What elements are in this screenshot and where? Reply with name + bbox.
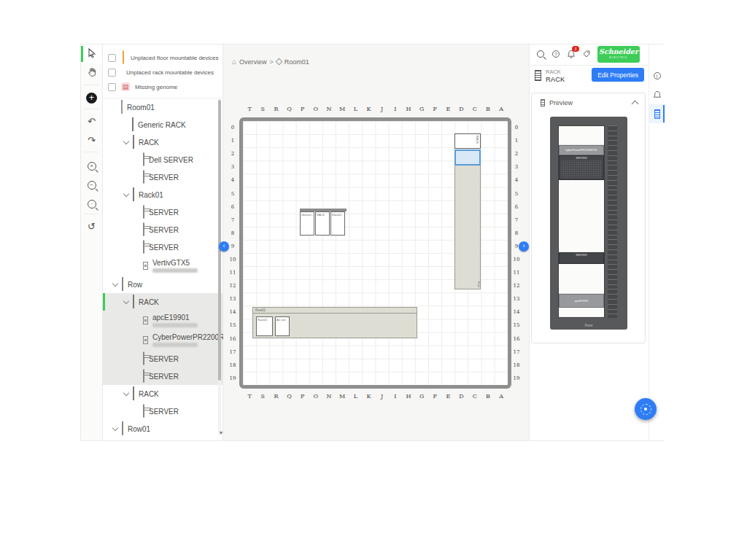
tree-item-dell-server[interactable]: Dell SERVER xyxy=(103,151,222,168)
chevron-down-icon[interactable] xyxy=(123,298,129,303)
floor-col-label: B xyxy=(481,106,495,112)
preview-title: Preview xyxy=(549,99,628,106)
scroll-down-arrow[interactable]: ▾ xyxy=(220,429,222,436)
filter-label: Unplaced rack mountable devices xyxy=(126,69,214,76)
tree-item-server[interactable]: SERVER xyxy=(103,238,222,256)
rack-device: CyberPowerPR2200RTXL xyxy=(559,145,604,155)
tree-item-apce19901[interactable]: apcE19901 xyxy=(103,311,222,330)
pan-tool[interactable] xyxy=(81,63,102,82)
tree-item-label: Row xyxy=(128,281,142,289)
tree-item-row01[interactable]: Row01 xyxy=(103,420,222,438)
rack-empty-slot xyxy=(559,264,604,295)
rack-empty-slot xyxy=(559,126,604,145)
floor-rack01[interactable]: Rack01 xyxy=(256,316,273,336)
chevron-down-icon[interactable] xyxy=(112,280,118,286)
zoom-out-button[interactable]: − xyxy=(81,174,102,192)
floor-vertical-row[interactable]: RACK Row xyxy=(454,133,481,289)
chevron-down-icon[interactable] xyxy=(123,138,129,144)
zoom-in-button[interactable]: + xyxy=(81,155,102,174)
redacted-text xyxy=(152,323,198,327)
floor-rack-rack[interactable]: RACK xyxy=(315,211,330,236)
breadcrumb-overview[interactable]: Overview xyxy=(239,58,267,66)
filter-checkbox[interactable] xyxy=(108,54,116,62)
floor-rack-group[interactable]: Generic... RACK Rack01 xyxy=(300,209,347,236)
floor-air-unit[interactable]: Air unit xyxy=(275,316,290,336)
undo-button[interactable]: ↶ xyxy=(81,112,102,131)
floor-row-body[interactable]: Row xyxy=(454,166,481,289)
filter-checkbox[interactable] xyxy=(108,69,116,77)
floor-bottom-row[interactable]: Row01 Rack01 Air unit xyxy=(252,307,417,338)
zoom-fit-button[interactable]: · xyxy=(81,192,102,211)
floor-rack-rack01[interactable]: Rack01 xyxy=(330,211,345,236)
inspector-name: RACK xyxy=(546,75,565,83)
floor-row-label: 5 xyxy=(229,187,236,200)
row01-body[interactable]: Rack01 Air unit xyxy=(252,314,417,338)
select-tool[interactable] xyxy=(81,44,102,63)
tree-item-row[interactable]: Row xyxy=(103,276,222,293)
inspector-type-label: RACK xyxy=(546,69,565,75)
collapse-sidebar-toggle[interactable]: ‹ xyxy=(219,241,229,252)
floor-row-label: 4 xyxy=(513,174,520,187)
schneider-logo[interactable]: Schneider Electric xyxy=(597,46,640,63)
notifications-bell-icon[interactable]: 3 xyxy=(566,49,576,59)
notification-badge: 3 xyxy=(572,46,579,52)
floorplan-canvas[interactable]: ⌂ Overview > Room01 TSRQPONMLKJIHGFEDCBA… xyxy=(223,44,530,440)
compass-icon xyxy=(640,404,651,415)
filter-list: Unplaced floor mountable devicesUnplaced… xyxy=(103,50,222,94)
floor-rack-top[interactable]: RACK xyxy=(454,133,481,149)
info-icon[interactable]: i xyxy=(649,66,665,85)
rack-tab-icon[interactable] xyxy=(649,104,665,123)
zoom-out-icon: − xyxy=(88,176,96,190)
redacted-text xyxy=(152,343,198,347)
floor-col-label: P xyxy=(296,106,309,112)
scrollbar-thumb[interactable] xyxy=(218,100,221,381)
redo-button[interactable]: ↷ xyxy=(81,131,102,149)
history-button[interactable]: ↺ xyxy=(81,217,102,236)
floor-col-label: I xyxy=(389,393,402,400)
tree-item-server[interactable]: SERVER xyxy=(103,402,222,420)
collapse-preview-icon[interactable] xyxy=(632,101,639,108)
rack-icon xyxy=(133,188,134,201)
tree-item-server[interactable]: SERVER xyxy=(103,350,222,368)
tree-item-generic-rack[interactable]: Generic RACK xyxy=(103,116,222,133)
server-icon xyxy=(143,153,144,166)
tree-item-vertivgtx5[interactable]: VertivGTX5 xyxy=(103,256,222,276)
tree-item-rack01[interactable]: Rack01 xyxy=(103,186,222,203)
alarms-bell-icon[interactable] xyxy=(649,85,665,104)
tree-item-cyberpowerpr2200r[interactable]: CyberPowerPR2200R... xyxy=(103,330,222,350)
tree-item-server[interactable]: SERVER xyxy=(103,368,222,385)
filter-checkbox[interactable] xyxy=(108,83,116,91)
tree-item-rack[interactable]: RACK xyxy=(103,293,222,311)
filter-row: Unplaced floor mountable devices xyxy=(103,50,222,65)
history-icon: ↺ xyxy=(88,219,96,233)
tree-item-rack[interactable]: RACK xyxy=(103,385,222,402)
tree-item-server[interactable]: SERVER xyxy=(103,203,222,221)
collapse-panel-toggle[interactable]: › xyxy=(519,241,529,252)
tree-scrollbar[interactable] xyxy=(218,98,221,435)
floor-rack-selected[interactable] xyxy=(454,149,481,166)
tree-item-server[interactable]: SERVER xyxy=(103,221,222,238)
help-icon[interactable]: ? xyxy=(551,49,561,59)
guided-tour-button[interactable] xyxy=(635,398,657,420)
edit-properties-button[interactable]: Edit Properties xyxy=(592,68,644,82)
sidebar: Unplaced floor mountable devicesUnplaced… xyxy=(103,44,223,440)
server-icon xyxy=(143,352,144,365)
tree-item-rack[interactable]: RACK xyxy=(103,133,222,151)
add-tool[interactable]: + xyxy=(81,88,102,106)
floor-col-label: P xyxy=(296,393,309,400)
breadcrumb-room[interactable]: Room01 xyxy=(285,58,309,66)
floor-rack-generic[interactable]: Generic... xyxy=(300,211,314,236)
chevron-down-icon[interactable] xyxy=(123,389,129,395)
tag-icon[interactable] xyxy=(581,49,592,59)
floor-col-label: F xyxy=(428,106,441,112)
floor-col-label: N xyxy=(322,106,336,112)
chevron-down-icon[interactable] xyxy=(112,424,118,430)
tree-item-room01[interactable]: Room01 xyxy=(103,98,222,116)
tree-item-server[interactable]: SERVER xyxy=(103,168,222,186)
redo-icon: ↷ xyxy=(88,133,96,147)
floor-col-label: J xyxy=(376,393,389,400)
rack-device: apcE19901 xyxy=(559,294,604,307)
search-icon[interactable] xyxy=(535,49,546,59)
row01-label-strip: Row01 xyxy=(252,307,417,314)
chevron-down-icon[interactable] xyxy=(123,190,129,196)
